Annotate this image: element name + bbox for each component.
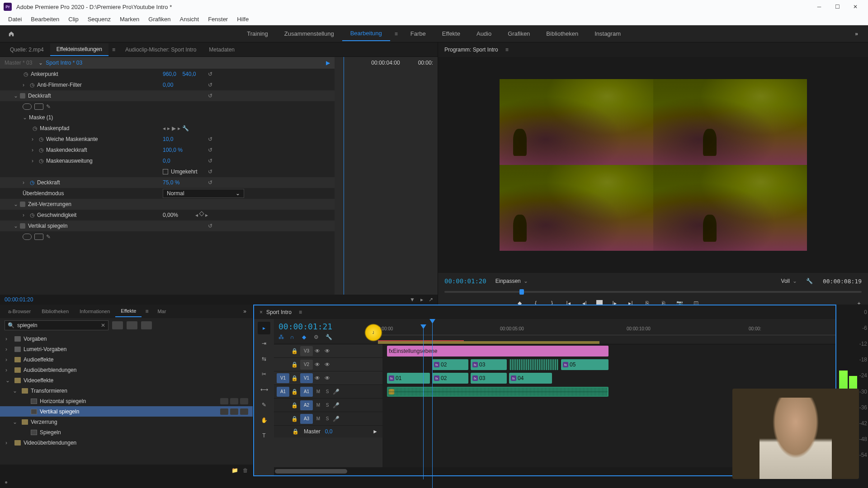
voice-over-icon[interactable]: 🎤 <box>333 402 340 408</box>
maskenausweitung-value[interactable]: 0,0 <box>163 158 170 164</box>
new-bin-icon[interactable]: 📁 <box>231 467 238 474</box>
workspace-instagram[interactable]: Instagram <box>586 27 629 41</box>
timeline-playhead-line[interactable] <box>432 319 433 488</box>
clip-name-label[interactable]: Sport Intro * 03 <box>46 60 82 66</box>
close-button[interactable]: ✕ <box>846 0 864 14</box>
effects-search-input[interactable]: 🔍 spiegeln ✕ <box>5 320 108 330</box>
sequence-name[interactable]: Sport Intro <box>266 309 292 315</box>
antiflimmer-value[interactable]: 0,00 <box>163 82 173 88</box>
mute-button[interactable]: M <box>315 388 322 395</box>
rect-mask-icon[interactable] <box>34 103 43 110</box>
collapse-icon[interactable]: ⌄ <box>23 114 29 121</box>
timeline-playhead[interactable] <box>423 324 424 479</box>
clip-v1-02[interactable]: fx02 <box>432 373 468 384</box>
program-scrubber[interactable] <box>444 288 862 296</box>
workspace-audio[interactable]: Audio <box>468 27 500 41</box>
reset-icon[interactable]: ↺ <box>208 179 217 186</box>
collapse-icon[interactable]: ⌄ <box>14 223 20 229</box>
tab-mar[interactable]: Mar <box>152 306 171 317</box>
source-patch-v1[interactable]: V1 <box>277 373 289 383</box>
snap-icon[interactable]: ⁂ <box>278 334 286 340</box>
32bit-badge-icon[interactable] <box>127 321 137 329</box>
clip-v2-03[interactable]: fx03 <box>471 359 507 370</box>
scrubber-handle[interactable] <box>519 289 524 295</box>
quality-dropdown[interactable]: Voll⌄ <box>781 278 797 284</box>
expand-icon[interactable]: › <box>32 158 38 164</box>
workspace-training[interactable]: Training <box>239 27 276 41</box>
track-target-a3[interactable]: A3 <box>300 414 313 424</box>
clip-v1-04[interactable]: fx04 <box>509 373 552 384</box>
effects-tree-item[interactable]: ›Audioeffekte <box>0 354 253 365</box>
home-icon[interactable] <box>5 27 18 41</box>
track-target-v1[interactable]: V1 <box>300 373 313 383</box>
collapse-icon[interactable]: ⌄ <box>14 201 20 207</box>
menu-fenster[interactable]: Fenster <box>203 14 232 24</box>
menu-datei[interactable]: Datei <box>4 14 26 24</box>
reset-icon[interactable]: ↺ <box>208 158 217 164</box>
effects-tree-item[interactable]: ›Audioüberblendungen <box>0 365 253 375</box>
reset-icon[interactable]: ↺ <box>208 169 217 175</box>
workspace-menu-icon[interactable]: ≡ <box>390 31 402 37</box>
workspace-grafiken[interactable]: Grafiken <box>500 27 538 41</box>
solo-button[interactable]: S <box>324 388 331 395</box>
expand-master-icon[interactable]: ► <box>373 428 378 435</box>
expand-icon[interactable]: › <box>5 357 12 363</box>
expand-icon[interactable]: › <box>23 179 29 186</box>
workspace-bibliotheken[interactable]: Bibliotheken <box>538 27 586 41</box>
marker-icon[interactable]: ◆ <box>302 334 309 340</box>
settings-wrench-icon[interactable]: 🔧 <box>806 278 813 284</box>
timeline-timecode[interactable]: 00:00:01:21 <box>278 322 369 331</box>
close-sequence-icon[interactable]: × <box>259 309 263 315</box>
geschwindigkeit-value[interactable]: 0,00% <box>163 212 178 218</box>
panel-menu-icon[interactable]: ≡ <box>108 47 119 53</box>
tab-metadaten[interactable]: Metadaten <box>203 44 241 56</box>
voice-over-icon[interactable]: 🎤 <box>333 389 340 395</box>
track-target-a2[interactable]: A2 <box>300 400 313 410</box>
effects-tree-item[interactable]: Spiegeln <box>0 427 253 437</box>
clip-v2-05[interactable]: fx05 <box>561 359 609 370</box>
slip-tool-icon[interactable]: ⟷ <box>258 383 270 396</box>
step-icon[interactable]: ▸ <box>420 296 423 303</box>
ellipse-mask-icon[interactable] <box>23 103 32 110</box>
voice-over-icon[interactable]: 🎤 <box>333 416 340 422</box>
reset-icon[interactable]: ↺ <box>208 223 217 229</box>
tab-effekteinstellungen[interactable]: Effekteinstellungen <box>50 43 108 56</box>
expand-icon[interactable]: › <box>5 346 12 352</box>
keyframe-stopwatch-icon[interactable]: ◷ <box>38 158 44 164</box>
fx-badge-icon[interactable] <box>20 93 25 99</box>
effects-tree-item[interactable]: ›Vorgaben <box>0 333 253 344</box>
ankerpunkt-x[interactable]: 960,0 <box>163 71 176 77</box>
workspace-bearbeitung[interactable]: Bearbeitung <box>342 26 390 41</box>
hand-tool-icon[interactable]: ✋ <box>258 414 270 427</box>
track-target-v3[interactable]: V3 <box>300 346 313 356</box>
keyframe-stopwatch-icon[interactable]: ◷ <box>32 125 38 131</box>
program-timecode[interactable]: 00:00:01:20 <box>444 277 486 285</box>
clear-search-icon[interactable]: ✕ <box>101 322 105 328</box>
next-keyframe-icon[interactable]: ▸ <box>178 125 180 131</box>
effects-tree-item[interactable]: ⌄Videoeffekte <box>0 375 253 385</box>
play-icon[interactable]: ▶ <box>172 125 176 131</box>
track-output-icon[interactable]: 👁 <box>315 375 323 381</box>
ec-current-timecode[interactable]: 00:00:01:20 <box>5 296 33 303</box>
ec-playhead[interactable] <box>344 57 344 295</box>
tab-effekte[interactable]: Effekte <box>115 305 142 317</box>
menu-bearbeiten[interactable]: Bearbeiten <box>26 14 64 24</box>
mute-button[interactable]: M <box>315 415 322 422</box>
fx-badge-icon[interactable] <box>20 202 25 207</box>
workspace-effekte[interactable]: Effekte <box>434 27 468 41</box>
lock-icon[interactable]: 🔒 <box>292 428 299 435</box>
panel-menu-icon[interactable]: ≡ <box>295 309 306 315</box>
workspace-farbe[interactable]: Farbe <box>402 27 434 41</box>
umgekehrt-checkbox[interactable] <box>163 169 168 174</box>
razor-tool-icon[interactable]: ✂ <box>258 368 270 380</box>
mute-button[interactable]: M <box>315 402 322 409</box>
lock-icon[interactable]: 🔒 <box>291 348 298 354</box>
tab-browser[interactable]: a-Browser <box>3 306 36 317</box>
workspace-overflow-icon[interactable]: » <box>849 31 863 37</box>
prop-maske[interactable]: Maske (1) <box>29 114 53 121</box>
clip-v2-02[interactable]: fx02 <box>432 359 468 370</box>
keyframe-stopwatch-icon[interactable]: ◷ <box>29 82 35 88</box>
panel-menu-icon[interactable]: ≡ <box>142 308 152 314</box>
menu-marken[interactable]: Marken <box>115 14 144 24</box>
clip-a1-audio[interactable] <box>387 387 609 397</box>
